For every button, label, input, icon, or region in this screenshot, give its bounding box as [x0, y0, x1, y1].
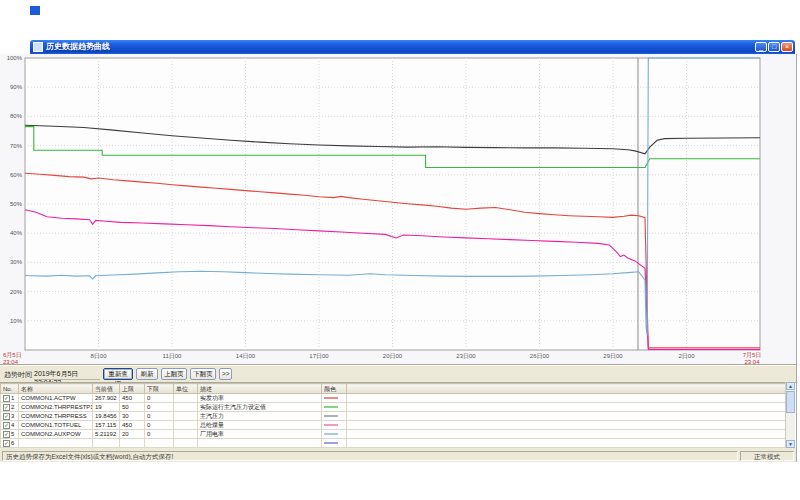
end-time-label: 7月5日 — [743, 352, 762, 359]
series-color-swatch — [324, 442, 338, 444]
column-header[interactable]: No. — [1, 384, 19, 394]
unit — [174, 394, 198, 403]
x-tick-label: 17日00 — [309, 353, 329, 360]
window-icon — [33, 42, 43, 52]
current-value: 5.21192 — [93, 430, 120, 439]
x-tick-label: 20日00 — [383, 353, 403, 360]
high-limit — [120, 439, 145, 448]
series-color-swatch — [324, 406, 338, 408]
table-scrollbar[interactable]: ▲ ▼ — [785, 382, 795, 448]
description: 总给煤量 — [198, 421, 322, 430]
row-checkbox[interactable]: ✓ — [3, 440, 10, 447]
table-row[interactable]: ✓5COMMON2.AUXPOW5.21192200厂用电率 — [1, 430, 788, 439]
row-checkbox[interactable]: ✓ — [3, 422, 10, 429]
table-row[interactable]: ✓1COMMON1.ACTPW267.9024500实发功率 — [1, 394, 788, 403]
decor-blue-artifact — [30, 6, 40, 15]
column-header[interactable]: 下限 — [145, 384, 174, 394]
x-tick-label: 2日00 — [678, 353, 695, 360]
maximize-button-icon[interactable]: □ — [768, 42, 780, 52]
current-value: 19.8456 — [93, 412, 120, 421]
column-header[interactable]: 单位 — [174, 384, 198, 394]
series-color-cell — [322, 412, 347, 421]
current-value: 267.902 — [93, 394, 120, 403]
tag-name: COMMON2.THRPRESS — [19, 412, 93, 421]
scroll-up-icon[interactable]: ▲ — [786, 382, 795, 390]
high-limit: 450 — [120, 421, 145, 430]
row-filler — [347, 439, 788, 448]
y-tick-label: 80% — [10, 113, 23, 119]
scrollbar-thumb[interactable] — [786, 391, 795, 413]
unit — [174, 412, 198, 421]
window-titlebar[interactable]: 历史数据趋势曲线 _ □ × — [30, 40, 795, 54]
y-tick-label: 40% — [10, 230, 23, 236]
tag-name — [19, 439, 93, 448]
table-row[interactable]: ✓3COMMON2.THRPRESS19.8456300主汽压力 — [1, 412, 788, 421]
column-header[interactable]: 当前值 — [93, 384, 120, 394]
refresh-button[interactable]: 刷新 — [136, 368, 158, 380]
page-up-button[interactable]: 上翻页 — [161, 368, 187, 380]
column-header[interactable]: 上限 — [120, 384, 145, 394]
unit — [174, 403, 198, 412]
requery-button[interactable]: 重新查询 — [103, 368, 133, 380]
row-filler — [347, 394, 788, 403]
x-tick-label: 26日00 — [530, 353, 550, 360]
close-button-icon[interactable]: × — [781, 42, 793, 52]
series-color-swatch — [324, 433, 338, 435]
y-tick-label: 70% — [10, 143, 23, 149]
window-body: 100%90%80%70%60%50%40%30%20%10%8日0011日00… — [0, 54, 797, 462]
page-down-button[interactable]: 下翻页 — [190, 368, 216, 380]
window-title: 历史数据趋势曲线 — [46, 40, 754, 54]
y-tick-label: 100% — [7, 55, 23, 61]
row-filler — [347, 412, 788, 421]
current-value: 19 — [93, 403, 120, 412]
column-header[interactable]: 名称 — [19, 384, 93, 394]
status-mode: 正常模式 — [740, 451, 794, 461]
row-checkbox[interactable]: ✓ — [3, 431, 10, 438]
y-tick-label: 60% — [10, 172, 23, 178]
trend-time-value[interactable]: 2019年6月5日 23:04:22 — [34, 369, 100, 380]
unit — [174, 430, 198, 439]
series-color-cell — [322, 439, 347, 448]
scroll-down-icon[interactable]: ▼ — [786, 440, 795, 448]
row-number: ✓6 — [1, 439, 19, 448]
high-limit: 20 — [120, 430, 145, 439]
x-tick-label: 29日00 — [603, 353, 623, 360]
tag-table: No.名称当前值上限下限单位描述颜色 ✓1COMMON1.ACTPW267.90… — [0, 382, 796, 449]
column-header[interactable]: 描述 — [198, 384, 322, 394]
table-header-row: No.名称当前值上限下限单位描述颜色 — [1, 384, 788, 394]
screen: 历史数据趋势曲线 _ □ × 100%90%80%70%60%50%40%30%… — [0, 0, 800, 500]
row-checkbox[interactable]: ✓ — [3, 395, 10, 402]
column-header[interactable]: 颜色 — [322, 384, 347, 394]
trend-plot[interactable]: 100%90%80%70%60%50%40%30%20%10%8日0011日00… — [0, 54, 796, 364]
column-header-filler — [347, 384, 788, 394]
more-button[interactable]: >> — [219, 368, 232, 380]
toolbar: 趋势时间 2019年6月5日 23:04:22 重新查询 刷新 上翻页 下翻页 … — [0, 364, 796, 383]
start-time-label: 6月5日 — [3, 352, 22, 359]
low-limit: 0 — [145, 421, 174, 430]
low-limit — [145, 439, 174, 448]
high-limit: 30 — [120, 412, 145, 421]
y-tick-label: 50% — [10, 201, 23, 207]
trend-chart[interactable]: 100%90%80%70%60%50%40%30%20%10%8日0011日00… — [0, 54, 796, 364]
row-checkbox[interactable]: ✓ — [3, 413, 10, 420]
low-limit: 0 — [145, 412, 174, 421]
tag-name: COMMON2.AUXPOW — [19, 430, 93, 439]
description: 厂用电率 — [198, 430, 322, 439]
status-message: 历史趋势保存为Excel文件(xls)或文档(word),自动方式保存! — [2, 451, 738, 461]
low-limit: 0 — [145, 394, 174, 403]
high-limit: 450 — [120, 394, 145, 403]
x-tick-label: 23日00 — [456, 353, 476, 360]
table-row[interactable]: ✓6 — [1, 439, 788, 448]
row-number: ✓2 — [1, 403, 19, 412]
series-color-swatch — [324, 415, 338, 417]
tag-name: COMMON1.ACTPW — [19, 394, 93, 403]
row-number: ✓4 — [1, 421, 19, 430]
row-filler — [347, 430, 788, 439]
table-row[interactable]: ✓2COMMON2.THRPRESTP119500实际运行主汽压力设定值 — [1, 403, 788, 412]
status-bar: 历史趋势保存为Excel文件(xls)或文档(word),自动方式保存! 正常模… — [0, 450, 796, 462]
minimize-button-icon[interactable]: _ — [755, 42, 767, 52]
row-checkbox[interactable]: ✓ — [3, 404, 10, 411]
description — [198, 439, 322, 448]
series-color-cell — [322, 421, 347, 430]
table-row[interactable]: ✓4COMMON1.TOTFUEL157.1154500总给煤量 — [1, 421, 788, 430]
